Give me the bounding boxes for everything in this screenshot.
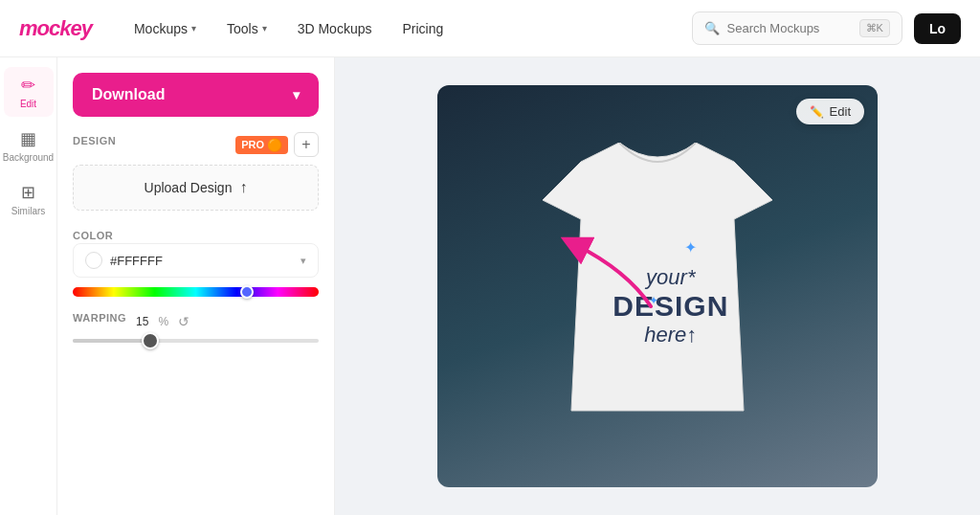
color-hex-value: #FFFFFF bbox=[110, 254, 163, 268]
sidebar-item-similars[interactable]: ⊞ Similars bbox=[4, 174, 54, 224]
login-button[interactable]: Lo bbox=[914, 13, 961, 44]
logo[interactable]: mockey bbox=[19, 16, 92, 41]
pro-badge: PRO 🟠 bbox=[235, 136, 288, 154]
sidebar-item-background[interactable]: ▦ Background bbox=[4, 121, 54, 170]
sparkle-icon: ✦ bbox=[684, 238, 697, 257]
search-bar[interactable]: 🔍 ⌘K bbox=[692, 11, 902, 45]
chevron-down-icon: ▾ bbox=[191, 23, 196, 34]
edit-chip-icon: ✏️ bbox=[810, 105, 824, 119]
design-text-overlay: your* DESIGN here↑ bbox=[612, 265, 728, 347]
warping-slider[interactable] bbox=[73, 339, 319, 343]
download-chevron-icon: ▾ bbox=[293, 87, 300, 102]
search-input[interactable] bbox=[727, 21, 852, 35]
sidebar-item-edit[interactable]: ✏ Edit bbox=[4, 67, 54, 117]
add-design-button[interactable]: + bbox=[294, 132, 319, 157]
hue-thumb[interactable] bbox=[240, 285, 254, 299]
color-hue-slider[interactable] bbox=[73, 287, 319, 297]
canvas-area: your* DESIGN here↑ ✦ ✦ ✏️ Edit bbox=[335, 57, 980, 515]
background-icon: ▦ bbox=[20, 128, 36, 149]
sparkle-small-icon: ✦ bbox=[649, 294, 658, 307]
reset-warping-button[interactable]: ↺ bbox=[178, 314, 189, 329]
upload-label: Upload Design bbox=[145, 180, 233, 195]
navbar: mockey Mockups ▾ Tools ▾ 3D Mockups Pric… bbox=[0, 0, 980, 57]
nav-mockups[interactable]: Mockups ▾ bbox=[121, 13, 210, 44]
warping-value: 15 bbox=[136, 315, 148, 328]
color-chevron-icon: ▾ bbox=[301, 255, 306, 267]
color-swatch bbox=[85, 252, 102, 269]
download-label: Download bbox=[92, 86, 165, 103]
edit-chip-label: Edit bbox=[830, 104, 851, 119]
download-button[interactable]: Download ▾ bbox=[73, 73, 319, 117]
pro-icon: 🟠 bbox=[267, 138, 282, 152]
warp-thumb[interactable] bbox=[142, 332, 159, 349]
design-section-label: DESIGN bbox=[73, 135, 116, 146]
upload-icon: ↑ bbox=[239, 179, 247, 196]
nav-links: Mockups ▾ Tools ▾ 3D Mockups Pricing bbox=[121, 13, 457, 44]
nav-3d-mockups[interactable]: 3D Mockups bbox=[284, 13, 386, 44]
keyboard-shortcut: ⌘K bbox=[859, 19, 890, 37]
warping-unit: % bbox=[158, 315, 168, 328]
color-picker-display[interactable]: #FFFFFF ▾ bbox=[73, 243, 319, 278]
color-section-label: COLOR bbox=[73, 230, 113, 241]
edit-chip[interactable]: ✏️ Edit bbox=[796, 99, 864, 124]
design-line2: DESIGN bbox=[612, 290, 728, 323]
edit-icon: ✏ bbox=[21, 75, 35, 96]
nav-pricing[interactable]: Pricing bbox=[389, 13, 457, 44]
nav-right: 🔍 ⌘K Lo bbox=[692, 11, 961, 45]
mockup-container: your* DESIGN here↑ ✦ ✦ ✏️ Edit bbox=[437, 85, 878, 487]
warping-section-label: WARPING bbox=[73, 312, 126, 324]
design-line3: here↑ bbox=[612, 323, 728, 347]
similars-icon: ⊞ bbox=[21, 182, 35, 203]
warping-section: WARPING 15 % ↺ bbox=[73, 312, 319, 343]
color-section: COLOR #FFFFFF ▾ bbox=[73, 226, 319, 297]
design-header: DESIGN PRO 🟠 + bbox=[73, 132, 319, 157]
nav-tools[interactable]: Tools ▾ bbox=[213, 13, 280, 44]
icon-sidebar: ✏ Edit ▦ Background ⊞ Similars bbox=[0, 57, 57, 515]
tshirt-scene: your* DESIGN here↑ ✦ ✦ ✏️ Edit bbox=[437, 85, 878, 487]
chevron-down-icon: ▾ bbox=[262, 23, 267, 34]
main-layout: ✏ Edit ▦ Background ⊞ Similars Download … bbox=[0, 57, 980, 515]
design-line1: your* bbox=[612, 265, 728, 290]
upload-design-button[interactable]: Upload Design ↑ bbox=[73, 165, 319, 211]
panel: Download ▾ DESIGN PRO 🟠 + Upload Design bbox=[57, 57, 335, 515]
design-section: DESIGN PRO 🟠 + Upload Design ↑ bbox=[73, 132, 319, 211]
search-icon: 🔍 bbox=[704, 21, 720, 35]
